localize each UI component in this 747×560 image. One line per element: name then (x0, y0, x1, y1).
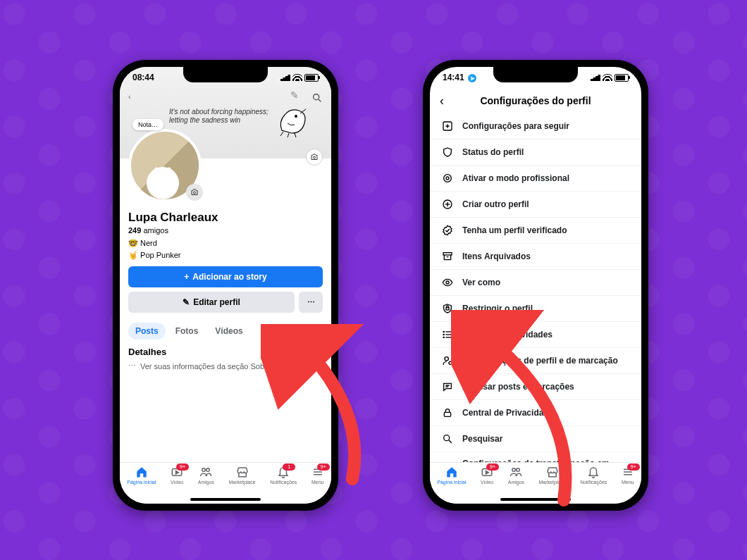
tutorial-stage: 08:44 ‹ ✎ It's not about forcing happine… (0, 0, 747, 560)
svg-point-27 (443, 337, 444, 337)
back-chevron-icon[interactable]: ‹ (440, 94, 444, 108)
notch (183, 67, 268, 82)
phone-frame-profile: 08:44 ‹ ✎ It's not about forcing happine… (113, 60, 338, 511)
svg-point-25 (443, 331, 444, 332)
note-bubble[interactable]: Nota… (132, 119, 163, 130)
avatar-container[interactable] (128, 129, 202, 202)
settings-item-view-as[interactable]: Ver como (430, 270, 641, 296)
back-chevron-icon[interactable]: ‹ (128, 92, 131, 101)
tab-menu[interactable]: 9+ Menu (622, 466, 634, 485)
svg-rect-32 (444, 412, 450, 416)
screen-profile: 08:44 ‹ ✎ It's not about forcing happine… (120, 67, 331, 504)
tab-photos[interactable]: Fotos (168, 323, 206, 340)
avatar-cat-illustration (147, 167, 179, 199)
avatar-camera-button[interactable] (186, 184, 203, 201)
home-icon (135, 466, 148, 478)
cover-bird-illustration (275, 102, 310, 137)
svg-point-6 (202, 468, 206, 472)
svg-point-15 (446, 177, 449, 180)
svg-rect-21 (446, 308, 449, 310)
svg-line-34 (449, 440, 452, 443)
cover-camera-button[interactable] (306, 149, 323, 166)
settings-item-privacy-center[interactable]: Central de Privacidade (430, 400, 641, 426)
tab-posts[interactable]: Posts (128, 323, 166, 340)
tab-friends[interactable]: Amigos (198, 466, 214, 485)
tab-friends[interactable]: Amigos (508, 466, 524, 485)
cover-quote: It's not about forcing happiness; lettin… (169, 108, 275, 125)
settings-item-create-profile[interactable]: Criar outro perfil (430, 192, 641, 218)
ellipsis-icon: ⋯ (307, 298, 315, 307)
tab-video[interactable]: 9+ Vídeo (481, 466, 493, 485)
settings-item-follow[interactable]: Configurações para seguir (430, 113, 641, 139)
tab-home[interactable]: Página inicial (127, 466, 156, 485)
tab-notifications[interactable]: 1 Notificações (270, 466, 297, 485)
edit-cover-icon[interactable]: ✎ (290, 89, 299, 101)
settings-item-verified[interactable]: Tenha um perfil verificado (430, 218, 641, 244)
settings-item-status[interactable]: Status do perfil (430, 139, 641, 166)
wifi-icon (603, 74, 612, 81)
badge-video: 9+ (176, 463, 189, 471)
status-icons (280, 74, 319, 82)
tab-marketplace[interactable]: Marketplace (229, 466, 256, 485)
tab-home[interactable]: Página inicial (437, 466, 466, 485)
wifi-icon (292, 74, 302, 81)
more-options-button[interactable]: ⋯ (299, 292, 323, 313)
search-icon[interactable] (311, 92, 323, 104)
settings-item-professional[interactable]: Ativar o modo profissional (430, 166, 641, 192)
telegram-indicator-icon: ➤ (468, 74, 476, 82)
svg-point-28 (445, 357, 448, 361)
tab-marketplace[interactable]: Marketplace (539, 466, 566, 485)
settings-item-restrict[interactable]: Restringir o perfil (430, 296, 641, 322)
svg-point-37 (517, 468, 520, 472)
status-icons (591, 74, 629, 82)
about-see-more[interactable]: ⋯ Ver suas informações da seção Sobre (120, 360, 331, 372)
edit-profile-button[interactable]: ✎ Editar perfil (128, 292, 295, 313)
shield-icon (441, 146, 454, 158)
svg-point-2 (295, 115, 297, 118)
settings-header: ‹ Configurações do perfil (430, 88, 641, 113)
settings-item-search[interactable]: Pesquisar (430, 426, 641, 452)
home-icon (445, 466, 458, 478)
friends-icon (510, 466, 522, 478)
pencil-icon: ✎ (183, 297, 190, 307)
cellular-signal-icon (591, 74, 600, 81)
svg-point-20 (446, 281, 449, 284)
settings-list: Configurações para seguir Status do perf… (430, 113, 641, 485)
status-time: 08:44 (132, 73, 154, 82)
settings-item-review-posts[interactable]: Analisar posts e marcações (430, 374, 641, 400)
battery-icon (304, 74, 319, 82)
video-icon: 9+ (171, 466, 183, 478)
menu-icon: 9+ (311, 466, 324, 478)
archive-icon (441, 250, 454, 263)
marketplace-icon (236, 466, 249, 478)
settings-item-activity-log[interactable]: Registro de atividades (430, 322, 641, 348)
add-to-story-button[interactable]: + Adicionar ao story (128, 266, 323, 287)
target-icon (441, 172, 454, 185)
tab-videos[interactable]: Vídeos (208, 323, 249, 340)
marketplace-icon (546, 466, 559, 478)
settings-title: Configurações do perfil (480, 95, 591, 106)
profile-bio: 🤓 Nerd 🤘 Pop Punker (128, 237, 323, 261)
svg-rect-19 (443, 253, 452, 255)
plus-square-icon (441, 120, 454, 132)
badge-notifications: 1 (283, 463, 295, 471)
battery-icon (615, 74, 629, 82)
svg-point-33 (444, 435, 450, 441)
cellular-signal-icon (280, 74, 290, 81)
friends-count[interactable]: 249 amigos (128, 226, 323, 235)
status-time-wrap: 14:41 ➤ (443, 73, 476, 83)
badge-check-icon (441, 224, 454, 237)
badge-menu: 9+ (317, 463, 330, 471)
shield-lock-icon (441, 302, 454, 315)
tab-notifications[interactable]: Notificações (580, 466, 607, 485)
tab-menu[interactable]: 9+ Menu (311, 466, 324, 485)
chat-icon (441, 380, 454, 393)
screen-settings: 14:41 ➤ ‹ Configurações do perfil Config… (430, 67, 641, 504)
lock-icon (441, 406, 454, 419)
tab-video[interactable]: 9+ Vídeo (171, 466, 183, 485)
svg-point-36 (512, 468, 516, 472)
settings-item-archived[interactable]: Itens Arquivados (430, 244, 641, 270)
svg-point-7 (206, 468, 210, 472)
settings-item-tagging[interactable]: Configurações de perfil e de marcação (430, 348, 641, 374)
svg-point-3 (314, 156, 316, 158)
